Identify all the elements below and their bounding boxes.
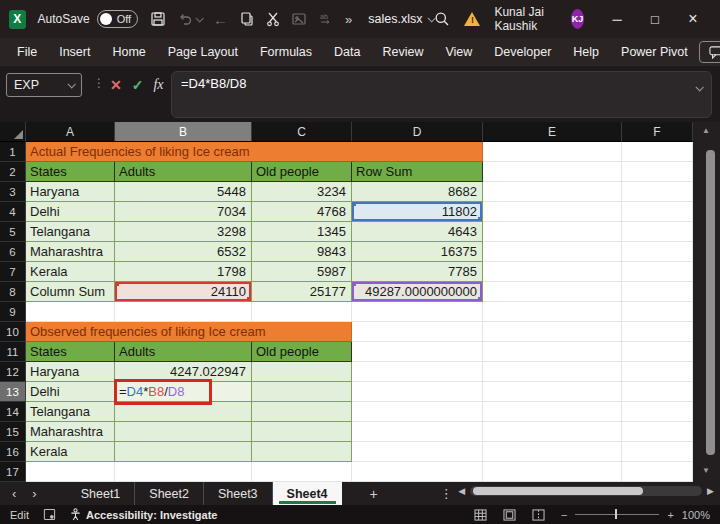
select-all-button[interactable] xyxy=(0,122,26,142)
row-header-4[interactable]: 4 xyxy=(0,202,26,222)
cell-A12[interactable]: Haryana xyxy=(26,362,115,382)
cell-E10[interactable] xyxy=(483,322,622,342)
cell-E17[interactable] xyxy=(483,462,622,482)
cell-C14[interactable] xyxy=(252,402,352,422)
row-header-17[interactable]: 17 xyxy=(0,462,26,482)
ribbon-tab-developer[interactable]: Developer xyxy=(483,38,562,66)
ribbon-tab-power-pivot[interactable]: Power Pivot xyxy=(610,38,699,66)
insert-function-icon[interactable]: fx xyxy=(153,77,163,93)
find-replace-icon[interactable]: ab xyxy=(318,12,334,26)
maximize-button[interactable]: □ xyxy=(636,0,674,38)
row-header-5[interactable]: 5 xyxy=(0,222,26,242)
cell-E4[interactable] xyxy=(483,202,622,222)
cell-F1[interactable] xyxy=(622,142,693,162)
cell-F7[interactable] xyxy=(622,262,693,282)
row-header-7[interactable]: 7 xyxy=(0,262,26,282)
row-header-9[interactable]: 9 xyxy=(0,302,26,322)
row-header-12[interactable]: 12 xyxy=(0,362,26,382)
formula-input[interactable]: =D4*B8/D8 xyxy=(171,71,712,118)
cell-D17[interactable] xyxy=(352,462,483,482)
more-commands-icon[interactable]: » xyxy=(345,12,352,27)
sheet-tab-sheet4[interactable]: Sheet4 xyxy=(273,482,342,505)
cell-B5[interactable]: 3298 xyxy=(115,222,252,242)
cell-D9[interactable] xyxy=(352,302,483,322)
cell-F13[interactable] xyxy=(622,382,693,402)
sheet-tab-sheet2[interactable]: Sheet2 xyxy=(135,482,204,505)
minimize-button[interactable]: ─ xyxy=(598,0,636,38)
column-header-B[interactable]: B xyxy=(115,122,252,142)
cell-F5[interactable] xyxy=(622,222,693,242)
ribbon-tab-formulas[interactable]: Formulas xyxy=(249,38,323,66)
zoom-slider[interactable] xyxy=(575,514,659,515)
save-icon[interactable] xyxy=(150,11,166,27)
cell-B15[interactable] xyxy=(115,422,252,442)
cell-D6[interactable]: 16375 xyxy=(352,242,483,262)
cancel-entry-icon[interactable]: ✕ xyxy=(110,77,122,93)
cell-B8[interactable]: 24110 xyxy=(115,282,252,302)
cell-F6[interactable] xyxy=(622,242,693,262)
cell-F10[interactable] xyxy=(622,322,693,342)
cell-F14[interactable] xyxy=(622,402,693,422)
cell-E5[interactable] xyxy=(483,222,622,242)
cell-D4[interactable]: 11802 xyxy=(352,202,483,222)
normal-view-icon[interactable] xyxy=(474,509,487,521)
cell-C2[interactable]: Old people xyxy=(252,162,352,182)
cell-D8[interactable]: 49287.0000000000 xyxy=(352,282,483,302)
cell-A1[interactable]: Actual Frequencies of liking Ice cream xyxy=(26,142,483,162)
sheet-options-icon[interactable]: ⋮ xyxy=(440,486,453,501)
macro-record-icon[interactable] xyxy=(43,508,56,521)
cell-E7[interactable] xyxy=(483,262,622,282)
formula-bar-expand-icon[interactable] xyxy=(695,83,703,91)
cell-A15[interactable]: Maharashtra xyxy=(26,422,115,442)
cell-E6[interactable] xyxy=(483,242,622,262)
zoom-in-icon[interactable]: + xyxy=(667,509,673,521)
ribbon-tab-home[interactable]: Home xyxy=(101,38,156,66)
row-header-13[interactable]: 13 xyxy=(0,382,26,402)
cell-B6[interactable]: 6532 xyxy=(115,242,252,262)
page-break-view-icon[interactable] xyxy=(532,509,545,521)
cell-F12[interactable] xyxy=(622,362,693,382)
sheet-tab-sheet1[interactable]: Sheet1 xyxy=(67,482,136,505)
cell-F4[interactable] xyxy=(622,202,693,222)
cell-D2[interactable]: Row Sum xyxy=(352,162,483,182)
paste-special-icon[interactable] xyxy=(291,12,307,26)
cell-D7[interactable]: 7785 xyxy=(352,262,483,282)
cell-C15[interactable] xyxy=(252,422,352,442)
ribbon-tab-insert[interactable]: Insert xyxy=(48,38,101,66)
copy-icon[interactable] xyxy=(239,11,255,27)
cell-D5[interactable]: 4643 xyxy=(352,222,483,242)
scroll-up-icon[interactable]: ▲ xyxy=(702,126,710,135)
horizontal-scrollbar-track[interactable] xyxy=(470,486,702,496)
column-header-C[interactable]: C xyxy=(252,122,352,142)
zoom-level[interactable]: 100% xyxy=(682,509,710,521)
cell-D15[interactable] xyxy=(352,422,483,442)
zoom-slider-thumb[interactable] xyxy=(615,509,617,519)
row-header-16[interactable]: 16 xyxy=(0,442,26,462)
add-sheet-icon[interactable]: + xyxy=(370,486,378,502)
cell-D13[interactable] xyxy=(352,382,483,402)
name-box-dropdown-icon[interactable] xyxy=(67,80,75,88)
cell-A10[interactable]: Observed frequencies of liking Ice cream xyxy=(26,322,352,342)
row-header-11[interactable]: 11 xyxy=(0,342,26,362)
cell-F2[interactable] xyxy=(622,162,693,182)
ribbon-tab-view[interactable]: View xyxy=(434,38,483,66)
ribbon-tab-page-layout[interactable]: Page Layout xyxy=(157,38,249,66)
row-header-10[interactable]: 10 xyxy=(0,322,26,342)
cell-E9[interactable] xyxy=(483,302,622,322)
cell-F16[interactable] xyxy=(622,442,693,462)
cell-E11[interactable] xyxy=(483,342,622,362)
cell-C9[interactable] xyxy=(252,302,352,322)
scroll-right-icon[interactable]: ▶ xyxy=(707,486,714,496)
cell-D3[interactable]: 8682 xyxy=(352,182,483,202)
cell-E14[interactable] xyxy=(483,402,622,422)
cell-E8[interactable] xyxy=(483,282,622,302)
row-header-8[interactable]: 8 xyxy=(0,282,26,302)
ribbon-tab-file[interactable]: File xyxy=(6,38,48,66)
column-header-E[interactable]: E xyxy=(483,122,622,142)
scroll-left-icon[interactable]: ◀ xyxy=(458,486,465,496)
cell-C8[interactable]: 25177 xyxy=(252,282,352,302)
search-icon[interactable] xyxy=(434,11,450,27)
ribbon-tab-help[interactable]: Help xyxy=(562,38,610,66)
row-header-6[interactable]: 6 xyxy=(0,242,26,262)
cell-E1[interactable] xyxy=(483,142,622,162)
